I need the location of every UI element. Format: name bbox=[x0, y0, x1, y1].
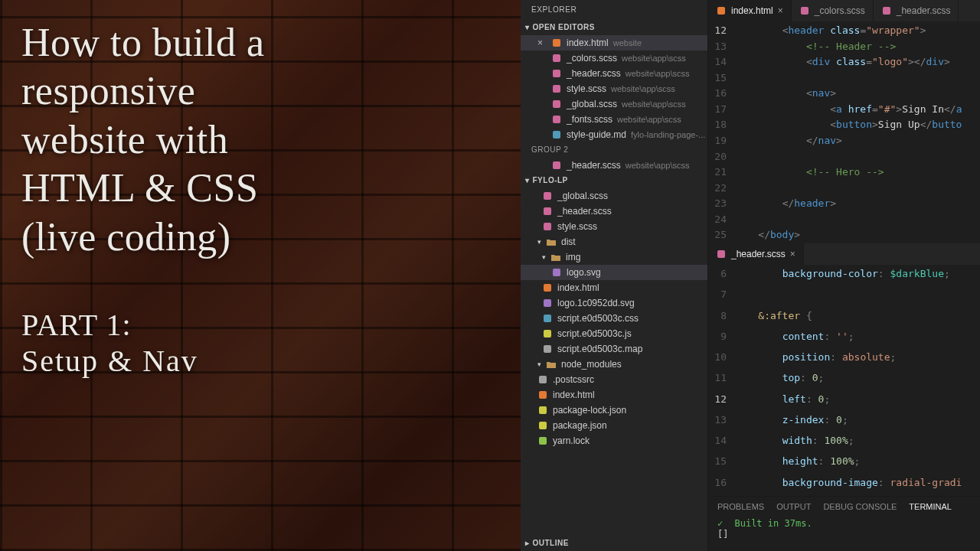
code-line[interactable]: <a href="#">Sign In</a bbox=[734, 102, 980, 118]
close-icon[interactable]: × bbox=[790, 249, 795, 259]
code-line[interactable]: left: 0; bbox=[734, 392, 980, 412]
svg-icon bbox=[551, 267, 562, 278]
open-editors-label: OPEN EDITORS bbox=[533, 20, 595, 35]
svg-rect-8 bbox=[544, 192, 551, 200]
code-line[interactable]: <!-- Header --> bbox=[734, 39, 980, 55]
close-icon[interactable]: × bbox=[778, 5, 783, 16]
code-line[interactable] bbox=[734, 212, 980, 228]
line-number: 20 bbox=[708, 149, 734, 165]
thumbnail-overlay: How to build a responsive website with H… bbox=[21, 18, 504, 379]
project-section[interactable]: ▾ FYLO-LP bbox=[521, 173, 707, 188]
file-path: fylo-landing-page-... bbox=[631, 130, 705, 139]
code-line[interactable] bbox=[734, 70, 980, 86]
file-item[interactable]: style.scss bbox=[521, 219, 707, 234]
terminal-output[interactable]: ✓ Built in 37ms. [] bbox=[708, 517, 980, 541]
file-name: style-guide.md bbox=[567, 129, 626, 140]
html-icon bbox=[537, 390, 548, 400]
folder-item[interactable]: ▾ img bbox=[521, 249, 707, 265]
code-line[interactable]: height: 100%; bbox=[734, 454, 980, 474]
code-line[interactable]: <div class="logo"></div> bbox=[734, 54, 980, 70]
file-item[interactable]: logo.svg bbox=[521, 265, 707, 280]
code-line[interactable] bbox=[734, 287, 980, 308]
code-line[interactable]: <!-- Hero --> bbox=[734, 165, 980, 181]
code-line[interactable]: <button>Sign Up</butto bbox=[734, 117, 980, 133]
folder-item[interactable]: ▾ node_modules bbox=[521, 357, 707, 372]
code-line[interactable] bbox=[734, 181, 980, 197]
editor-tab[interactable]: _header.scss bbox=[874, 0, 959, 21]
panel-tab[interactable]: TERMINAL bbox=[909, 502, 952, 511]
tree-item-label: _global.scss bbox=[557, 191, 608, 201]
code-line[interactable]: </nav> bbox=[734, 133, 980, 149]
file-item[interactable]: script.e0d5003c.css bbox=[521, 311, 707, 326]
code-line[interactable]: </body> bbox=[734, 227, 980, 243]
code-line[interactable]: </header> bbox=[734, 196, 980, 212]
open-editor-item[interactable]: _header.scss website\app\scss bbox=[521, 66, 707, 81]
editor-bottom[interactable]: 6 background-color: $darkBlue;78 &:after… bbox=[708, 265, 980, 496]
sass-icon bbox=[542, 221, 553, 232]
file-item[interactable]: _global.scss bbox=[521, 188, 707, 204]
file-item[interactable]: package-lock.json bbox=[521, 403, 707, 418]
code-line[interactable]: <nav> bbox=[734, 86, 980, 102]
line-number: 15 bbox=[708, 454, 734, 474]
file-name: _header.scss bbox=[567, 160, 621, 171]
file-item[interactable]: script.e0d5003c.map bbox=[521, 341, 707, 357]
code-line[interactable]: background-image: radial-gradi bbox=[734, 475, 980, 496]
code-line[interactable]: background-color: $darkBlue; bbox=[734, 266, 980, 287]
outline-section[interactable]: ▸ OUTLINE bbox=[521, 536, 707, 551]
line-number: 14 bbox=[708, 433, 734, 454]
file-name: _fonts.scss bbox=[567, 114, 612, 125]
open-editor-item[interactable]: _header.scss website\app\scss bbox=[521, 158, 707, 173]
file-item[interactable]: _header.scss bbox=[521, 204, 707, 219]
editor-tabbar-top: index.html × _colors.scss _header.scss bbox=[708, 0, 980, 21]
code-line[interactable]: position: absolute; bbox=[734, 350, 980, 370]
code-line[interactable]: z-index: 0; bbox=[734, 412, 980, 433]
panel-tab[interactable]: DEBUG CONSOLE bbox=[823, 502, 897, 511]
open-editor-item[interactable]: _colors.scss website\app\scss bbox=[521, 51, 707, 66]
file-path: website\app\scss bbox=[617, 115, 681, 124]
panel-tab[interactable]: OUTPUT bbox=[776, 502, 811, 511]
explorer-sidebar: EXPLORER ▾ OPEN EDITORS × index.html web… bbox=[521, 0, 708, 551]
folder-open-icon bbox=[546, 236, 557, 247]
open-editor-item[interactable]: _fonts.scss website\app\scss bbox=[521, 112, 707, 127]
open-editors-section[interactable]: ▾ OPEN EDITORS bbox=[521, 20, 707, 35]
open-editor-item[interactable]: style.scss website\app\scss bbox=[521, 81, 707, 96]
tree-item-label: script.e0d5003c.js bbox=[557, 328, 632, 339]
code-line[interactable]: width: 100%; bbox=[734, 433, 980, 454]
chevron-down-icon: ▾ bbox=[542, 253, 546, 261]
file-item[interactable]: logo.1c0952dd.svg bbox=[521, 295, 707, 311]
chevron-right-icon: ▸ bbox=[525, 536, 530, 551]
file-item[interactable]: .postcssrc bbox=[521, 372, 707, 387]
code-line[interactable]: <header class="wrapper"> bbox=[734, 23, 980, 39]
editor-top[interactable]: 12 <header class="wrapper">13 <!-- Heade… bbox=[708, 21, 980, 243]
tree-item-label: package-lock.json bbox=[553, 405, 626, 416]
file-item[interactable]: index.html bbox=[521, 387, 707, 403]
close-icon[interactable]: × bbox=[537, 37, 547, 48]
line-number: 13 bbox=[708, 39, 734, 55]
code-line[interactable] bbox=[734, 149, 980, 165]
html-icon bbox=[542, 282, 553, 293]
svg-rect-15 bbox=[544, 330, 551, 337]
editor-tab[interactable]: index.html × bbox=[708, 0, 792, 21]
file-path: website bbox=[613, 38, 642, 47]
folder-item[interactable]: ▾ dist bbox=[521, 234, 707, 249]
code-line[interactable]: top: 0; bbox=[734, 370, 980, 391]
code-line[interactable]: &:after { bbox=[734, 308, 980, 329]
sass-icon bbox=[551, 114, 562, 125]
folder-open-icon bbox=[550, 252, 561, 262]
panel-tab[interactable]: PROBLEMS bbox=[717, 502, 764, 511]
editor-tab[interactable]: _header.scss × bbox=[708, 243, 804, 265]
sass-icon bbox=[551, 99, 562, 109]
file-item[interactable]: package.json bbox=[521, 418, 707, 433]
editor-tab[interactable]: _colors.scss bbox=[792, 0, 874, 21]
open-editor-item[interactable]: × index.html website bbox=[521, 35, 707, 51]
open-editor-item[interactable]: style-guide.md fylo-landing-page-... bbox=[521, 127, 707, 142]
file-item[interactable]: index.html bbox=[521, 280, 707, 295]
code-line[interactable]: content: ''; bbox=[734, 329, 980, 350]
file-item[interactable]: yarn.lock bbox=[521, 433, 707, 448]
vscode-window: EXPLORER ▾ OPEN EDITORS × index.html web… bbox=[521, 0, 980, 551]
svg-rect-6 bbox=[553, 131, 560, 139]
group2-section[interactable]: GROUP 2 bbox=[521, 142, 707, 158]
file-item[interactable]: script.e0d5003c.js bbox=[521, 326, 707, 341]
line-number: 25 bbox=[708, 227, 734, 243]
open-editor-item[interactable]: _global.scss website\app\scss bbox=[521, 96, 707, 112]
